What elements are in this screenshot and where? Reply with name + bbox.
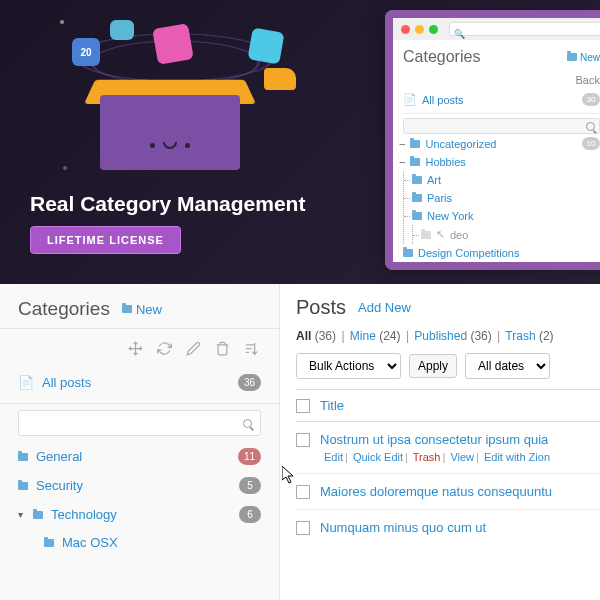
table-header: Title bbox=[296, 389, 600, 422]
filter-published[interactable]: Published bbox=[414, 329, 467, 343]
category-item-macosx[interactable]: Mac OSX bbox=[0, 529, 279, 556]
pants-icon bbox=[110, 20, 134, 40]
column-title[interactable]: Title bbox=[320, 398, 344, 413]
category-item-security[interactable]: Security 5 bbox=[0, 471, 279, 500]
quick-edit-link[interactable]: Quick Edit bbox=[353, 451, 403, 463]
hero-title: Real Category Management bbox=[30, 192, 350, 216]
add-new-button[interactable]: Add New bbox=[358, 300, 411, 315]
preview-all-posts[interactable]: 📄All posts 30 bbox=[403, 90, 600, 109]
tree-item[interactable]: −Uncategorized10 bbox=[403, 134, 600, 153]
preview-search[interactable] bbox=[403, 118, 600, 134]
table-row: Numquam minus quo cum ut bbox=[296, 510, 600, 545]
select-all-checkbox[interactable] bbox=[296, 399, 310, 413]
new-category-button[interactable]: New bbox=[122, 302, 162, 317]
post-filters: All (36) | Mine (24) | Published (36) | … bbox=[296, 329, 600, 343]
move-icon[interactable] bbox=[128, 341, 143, 356]
dates-select[interactable]: All dates bbox=[465, 353, 550, 379]
tree-item[interactable]: Design Competitions bbox=[403, 244, 600, 262]
chip-number-icon: 20 bbox=[72, 38, 100, 66]
tree-item[interactable]: Art bbox=[412, 171, 600, 189]
post-link[interactable]: Maiores doloremque natus consequuntu bbox=[320, 484, 552, 499]
category-item-technology[interactable]: ▾Technology 6 bbox=[0, 500, 279, 529]
edit-icon[interactable] bbox=[186, 341, 201, 356]
row-checkbox[interactable] bbox=[296, 433, 310, 447]
tree-item[interactable]: ↖deo bbox=[421, 225, 600, 244]
sort-icon[interactable] bbox=[244, 341, 259, 356]
edit-link[interactable]: Edit bbox=[324, 451, 343, 463]
refresh-icon[interactable] bbox=[157, 341, 172, 356]
preview-window: 🔍 Categories New Back 📄All posts 30 −Unc… bbox=[385, 10, 600, 270]
chevron-down-icon[interactable]: ▾ bbox=[18, 509, 23, 520]
sidebar-search[interactable] bbox=[18, 410, 261, 436]
apply-button[interactable]: Apply bbox=[409, 354, 457, 378]
back-button[interactable]: Back bbox=[403, 66, 600, 90]
view-link[interactable]: View bbox=[450, 451, 474, 463]
row-actions: Edit| Quick Edit| Trash| View| Edit with… bbox=[324, 451, 600, 463]
close-icon[interactable] bbox=[401, 25, 410, 34]
trash-icon[interactable] bbox=[215, 341, 230, 356]
posts-panel: Posts Add New All (36) | Mine (24) | Pub… bbox=[280, 284, 600, 600]
edit-zion-link[interactable]: Edit with Zion bbox=[484, 451, 550, 463]
filter-trash[interactable]: Trash bbox=[505, 329, 535, 343]
shoe-icon bbox=[264, 68, 296, 90]
post-link[interactable]: Numquam minus quo cum ut bbox=[320, 520, 486, 535]
filter-all[interactable]: All bbox=[296, 329, 311, 343]
count-badge: 6 bbox=[239, 506, 261, 523]
categories-sidebar: Categories New 📄All posts 36 General 11 … bbox=[0, 284, 280, 600]
table-row: Maiores doloremque natus consequuntu bbox=[296, 474, 600, 510]
tree-item[interactable]: New York bbox=[412, 207, 600, 225]
maximize-icon[interactable] bbox=[429, 25, 438, 34]
post-link[interactable]: Nostrum ut ipsa consectetur ipsum quia bbox=[320, 432, 548, 447]
count-badge: 11 bbox=[238, 448, 261, 465]
toolbar bbox=[0, 329, 279, 366]
address-bar[interactable]: 🔍 bbox=[449, 22, 600, 36]
category-item-general[interactable]: General 11 bbox=[0, 442, 279, 471]
sidebar-title: Categories bbox=[18, 298, 110, 320]
minimize-icon[interactable] bbox=[415, 25, 424, 34]
tree-item[interactable]: −Hobbies bbox=[403, 153, 600, 171]
preview-new-button[interactable]: New bbox=[567, 52, 600, 63]
row-checkbox[interactable] bbox=[296, 485, 310, 499]
row-checkbox[interactable] bbox=[296, 521, 310, 535]
note-icon bbox=[247, 27, 284, 64]
posts-title: Posts bbox=[296, 296, 346, 319]
hero-illustration: 20 bbox=[60, 20, 300, 180]
trash-link[interactable]: Trash bbox=[413, 451, 441, 463]
license-badge: LIFETIME LICENSE bbox=[30, 226, 181, 254]
filter-mine[interactable]: Mine bbox=[350, 329, 376, 343]
bulk-actions-select[interactable]: Bulk Actions bbox=[296, 353, 401, 379]
count-badge: 5 bbox=[239, 477, 261, 494]
tree-item[interactable]: Paris bbox=[412, 189, 600, 207]
count-badge: 30 bbox=[582, 93, 600, 106]
tshirt-icon bbox=[152, 23, 194, 65]
preview-categories-title: Categories bbox=[403, 48, 480, 66]
count-badge: 36 bbox=[238, 374, 261, 391]
table-row: Nostrum ut ipsa consectetur ipsum quia E… bbox=[296, 422, 600, 474]
search-icon bbox=[243, 419, 252, 428]
window-titlebar: 🔍 bbox=[393, 18, 600, 40]
all-posts-item[interactable]: 📄All posts 36 bbox=[0, 366, 279, 399]
search-icon bbox=[586, 122, 595, 131]
